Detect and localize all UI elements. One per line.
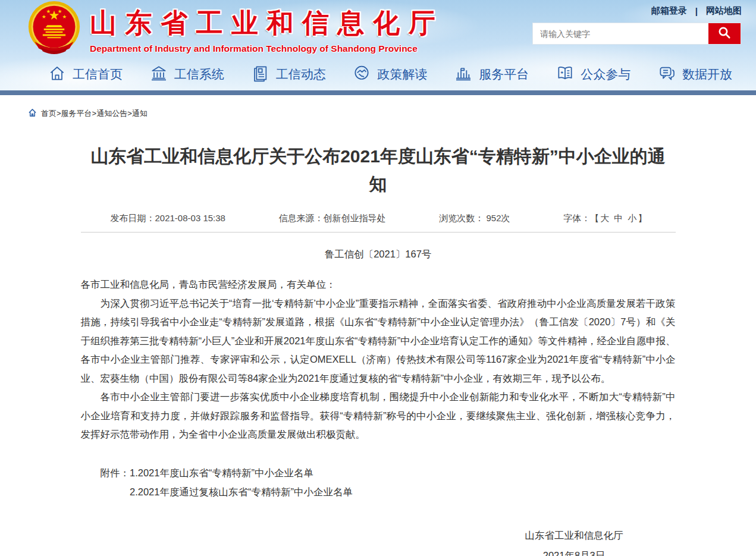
platform-chart-icon (454, 64, 473, 85)
publish-date-label: 发布日期： (111, 213, 155, 223)
paragraph: 为深入贯彻习近平总书记关于“培育一批‘专精特新’中小企业”重要指示精神，全面落实… (81, 294, 676, 388)
nav-label: 工信动态 (276, 66, 326, 83)
sitemap-link[interactable]: 网站地图 (706, 5, 742, 17)
nav-item-policy[interactable]: 政策解读 (352, 64, 427, 85)
nav-item-participation[interactable]: ★ 公众参与 (556, 64, 630, 85)
attachment-link[interactable]: 2.2021年度通过复核山东省“专精特新”中小企业名单 (130, 482, 353, 501)
publish-date-value: 2021-08-03 15:38 (155, 213, 225, 223)
top-links-divider: | (695, 6, 698, 16)
site-subtitle-en: Department of Industry and Information T… (90, 43, 436, 54)
nav-label: 工信首页 (73, 66, 123, 83)
nav-item-home[interactable]: 工信首页 (48, 64, 123, 85)
signature-org: 山东省工业和信息化厅 (525, 525, 623, 545)
nav-item-open-data[interactable]: 数据开放 (657, 64, 732, 85)
article-body: 各市工业和信息化局，青岛市民营经济发展局，有关单位： 为深入贯彻习近平总书记关于… (81, 275, 676, 444)
home-icon (48, 64, 67, 85)
svg-text:★: ★ (560, 70, 564, 74)
handshake-icon (352, 64, 371, 85)
article-title: 山东省工业和信息化厅关于公布2021年度山东省“专精特新”中小企业的通知 (81, 143, 676, 198)
nav-label: 服务平台 (479, 66, 529, 83)
nav-item-platform[interactable]: 服务平台 (454, 64, 529, 85)
meta-divider-line (81, 232, 676, 233)
search-button[interactable] (708, 23, 741, 44)
article: 山东省工业和信息化厅关于公布2021年度山东省“专精特新”中小企业的通知 发布日… (81, 122, 676, 556)
nav-item-system[interactable]: 工信系统 (149, 64, 224, 85)
nav-label: 数据开放 (682, 66, 732, 83)
top-utility-links: 邮箱登录 | 网站地图 (651, 5, 742, 17)
attachments-label: 附件： (101, 463, 130, 501)
font-size-large-button[interactable]: 大 (599, 213, 610, 223)
document-number: 鲁工信创〔2021〕167号 (81, 248, 676, 261)
main-nav: 工信首页 工信系统 工信动态 (0, 58, 756, 90)
breadcrumb-path[interactable]: 首页>服务平台>通知公告>通知 (41, 108, 148, 119)
search-icon (716, 24, 733, 43)
view-count: 浏览次数： 952次 (439, 213, 510, 224)
paragraph: 各市中小企业主管部门要进一步落实优质中小企业梯度培育机制，围绕提升中小企业创新能… (81, 388, 676, 444)
svg-text:★: ★ (46, 8, 51, 14)
nav-label: 公众参与 (581, 66, 630, 83)
nav-item-news[interactable]: 工信动态 (251, 64, 326, 85)
signature-date: 2021年8月3日 (525, 545, 623, 556)
view-count-label: 浏览次数： (439, 213, 484, 223)
font-size-medium-button[interactable]: 中 (613, 213, 624, 223)
site-header: ★ ★ ★ ★ ★ 山 东 省 工 业 和 信 息 化 厅 Department… (0, 0, 756, 90)
breadcrumb-home-icon (28, 108, 37, 119)
article-meta: 发布日期：2021-08-03 15:38 信息来源：创新创业指导处 浏览次数：… (81, 213, 676, 224)
nav-label: 工信系统 (174, 66, 224, 83)
header-divider-bar (0, 90, 756, 95)
publish-date: 发布日期：2021-08-03 15:38 (111, 213, 225, 224)
svg-text:★: ★ (62, 14, 67, 20)
salutation: 各市工业和信息化局，青岛市民营经济发展局，有关单位： (81, 275, 676, 294)
svg-text:★: ★ (42, 14, 46, 20)
site-search (532, 23, 741, 45)
mail-login-link[interactable]: 邮箱登录 (651, 5, 687, 17)
font-widget-suffix: 】 (638, 213, 647, 223)
signature-block: 山东省工业和信息化厅 2021年8月3日 (525, 525, 623, 556)
info-source: 信息来源：创新创业指导处 (279, 213, 386, 224)
font-size-widget: 字体：【大 中 小】 (563, 213, 647, 224)
site-brand: ★ ★ ★ ★ ★ 山 东 省 工 业 和 信 息 化 厅 Department… (27, 1, 436, 55)
view-count-value: 952次 (486, 213, 510, 223)
news-icon (251, 64, 270, 85)
font-widget-prefix: 字体：【 (563, 213, 599, 223)
chat-bubbles-icon (657, 64, 676, 85)
breadcrumb: 首页>服务平台>通知公告>通知 (0, 95, 756, 122)
open-book-icon: ★ (556, 64, 575, 85)
nav-label: 政策解读 (377, 66, 427, 83)
national-emblem-logo: ★ ★ ★ ★ ★ (27, 1, 81, 55)
info-source-label: 信息来源： (279, 213, 324, 223)
font-size-small-button[interactable]: 小 (627, 213, 638, 223)
attachments: 附件： 1.2021年度山东省“专精特新”中小企业名单 2.2021年度通过复核… (81, 463, 676, 501)
info-source-value: 创新创业指导处 (324, 213, 386, 223)
bank-icon (149, 64, 168, 85)
site-title: 山 东 省 工 业 和 信 息 化 厅 (90, 5, 436, 41)
attachment-link[interactable]: 1.2021年度山东省“专精特新”中小企业名单 (130, 463, 353, 482)
search-input[interactable] (533, 23, 708, 44)
